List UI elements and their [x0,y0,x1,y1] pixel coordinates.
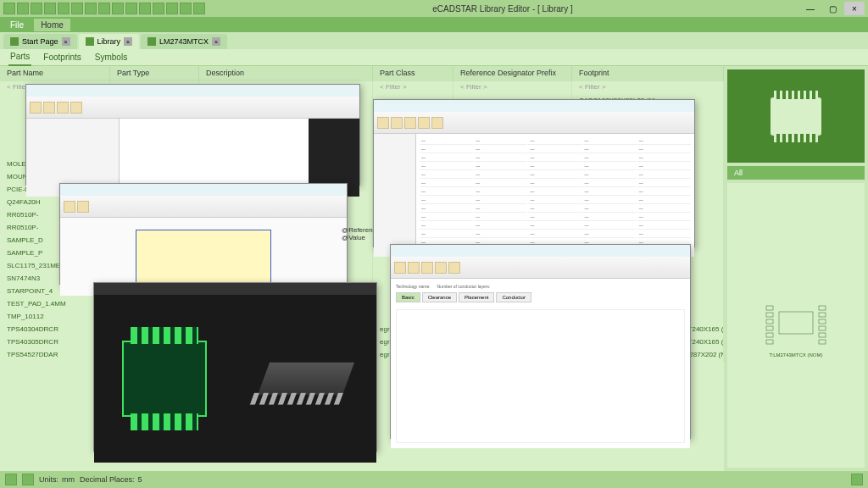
qat-icon[interactable] [58,3,70,14]
col-desc[interactable]: Description [199,66,373,81]
table-header: Part Name Part Type Description Part Cla… [0,66,724,81]
child-ribbon [26,97,359,119]
qat-icon[interactable] [180,3,192,14]
filter-input[interactable]: < Filter > [373,81,453,95]
qat-icon[interactable] [98,3,110,14]
footprint-diagram [758,293,834,352]
design-rules-window[interactable]: Technology name: Number of conductor lay… [390,244,691,439]
part-properties-window[interactable] [25,84,360,186]
file-menu[interactable]: File [3,19,31,31]
footprint-2d-view[interactable] [94,295,236,463]
ribbon-icon[interactable] [408,262,420,274]
svg-rect-0 [779,312,813,334]
status-icon[interactable] [851,474,863,485]
form-label: Technology name: [396,284,431,289]
col-footprint[interactable]: Footprint [572,66,724,81]
rules-tab[interactable]: Placement [459,292,494,302]
layer-tree[interactable] [374,134,416,257]
qat-icon[interactable] [153,3,164,14]
ribbon-icon[interactable] [431,117,443,129]
qat-icon[interactable] [71,3,83,14]
ribbon-icon[interactable] [30,102,42,114]
status-icon[interactable] [22,474,34,485]
sub-tab-parts[interactable]: Parts [8,48,31,66]
ribbon-icon[interactable] [77,201,89,213]
units-value[interactable]: mm [62,475,75,484]
maximize-button[interactable]: ▢ [822,2,843,15]
ribbon-icon[interactable] [43,102,55,114]
ribbon-icon[interactable] [448,262,460,274]
col-refdes[interactable]: Reference Designator Prefix [453,66,572,81]
tab-label: Start Page [22,37,58,46]
footprint-pads [122,341,207,417]
sub-tab-footprints[interactable]: Footprints [42,49,82,65]
child-titlebar[interactable] [60,184,347,196]
ribbon-icon[interactable] [391,117,403,129]
ribbon-icon[interactable] [418,117,430,129]
undo-icon[interactable] [31,3,42,14]
rules-tab[interactable]: Basic [396,292,420,302]
col-name[interactable]: Part Name [0,66,110,81]
ribbon-icon[interactable] [404,117,416,129]
status-icon[interactable] [5,474,17,485]
child-titlebar[interactable] [94,283,376,295]
qat-icon[interactable] [85,3,97,14]
svg-rect-12 [819,340,826,344]
footprint-preview: T:LM2743MTCX (NOM) [727,183,865,468]
rules-tab[interactable]: Conductor [496,292,531,302]
close-icon[interactable]: × [124,37,132,46]
ribbon-icon[interactable] [377,117,389,129]
close-icon[interactable]: × [62,37,70,46]
close-button[interactable]: × [844,2,865,15]
child-ribbon [391,257,690,279]
home-tab[interactable]: Home [34,19,70,31]
redo-icon[interactable] [44,3,56,14]
rules-tab[interactable]: Clearance [422,292,457,302]
ribbon-icon[interactable] [394,262,406,274]
ribbon-icon[interactable] [421,262,433,274]
sub-tab-symbols[interactable]: Symbols [93,49,129,65]
filter-input[interactable]: < Filter > [453,81,572,95]
child-titlebar[interactable] [26,85,359,97]
dp-value[interactable]: 5 [138,475,142,484]
close-icon[interactable]: × [212,37,220,46]
save-icon[interactable] [17,3,29,14]
child-titlebar[interactable] [374,100,694,112]
rules-form[interactable]: Technology name: Number of conductor lay… [391,279,690,448]
ribbon-icon[interactable] [64,201,75,213]
all-filter-button[interactable]: All [727,166,865,180]
footprint-3d-view[interactable] [236,295,377,463]
svg-rect-4 [766,326,773,330]
ribbon-icon[interactable] [57,102,69,114]
filter-input[interactable]: < Filter > [572,81,724,95]
rules-content[interactable] [396,309,685,443]
footprint-editor-window[interactable] [93,282,377,452]
minimize-button[interactable]: — [800,2,821,15]
units-label: Units: [39,475,58,484]
qat-icon[interactable] [166,3,178,14]
layer-grid[interactable]: ————————————————————————————————————————… [416,134,694,257]
layer-config-window[interactable]: ————————————————————————————————————————… [373,99,695,247]
tab-start-page[interactable]: Start Page × [3,34,77,49]
tab-part[interactable]: LM2743MTCX × [141,34,227,49]
qat-icon[interactable] [139,3,151,14]
tab-label: Library [97,37,121,46]
title-bar: eCADSTAR Library Editor - [ Library ] — … [0,0,868,17]
col-class[interactable]: Part Class [373,66,453,81]
qat-icon[interactable] [193,3,205,14]
symbol-editor-window[interactable]: @Reference Designator @Value [59,183,348,285]
col-type[interactable]: Part Type [110,66,199,81]
svg-rect-10 [819,326,826,330]
ribbon-icon[interactable] [435,262,447,274]
ribbon-icon[interactable] [70,102,82,114]
chip-icon [771,97,821,136]
app-icon[interactable] [3,3,15,14]
qat-icon[interactable] [112,3,124,14]
qat-icon[interactable] [125,3,137,14]
child-ribbon [60,196,347,218]
child-titlebar[interactable] [391,245,690,257]
chip-3d-icon [258,363,354,395]
symbol-body[interactable] [136,230,271,285]
tab-library[interactable]: Library × [79,34,140,49]
svg-rect-11 [819,333,826,337]
